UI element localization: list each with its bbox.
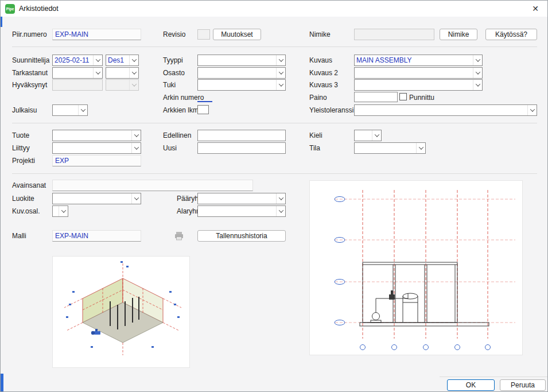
kuvaus3-combo[interactable] [354, 79, 483, 91]
tuki-combo[interactable] [197, 79, 286, 91]
title-bar: Pipe Arkistotiedot ✕ [1, 1, 547, 17]
tallennushistoria-button[interactable]: Tallennushistoria [197, 230, 286, 242]
print-icon[interactable] [174, 231, 184, 241]
kuv-osal-label: Kuv.osal. [12, 207, 40, 216]
tila-label: Tila [309, 143, 320, 153]
chevron-down-icon [276, 68, 285, 78]
luokite-combo[interactable] [52, 193, 141, 204]
chevron-down-icon [527, 105, 537, 115]
kaytossa-button[interactable]: Käytössä? [485, 29, 537, 40]
kuvaus2-label: Kuvaus 2 [309, 68, 338, 77]
tuote-label: Tuote [12, 131, 29, 140]
iso-preview-drawing [53, 257, 191, 368]
suunnittelija-designer-combo[interactable]: Des1 [106, 55, 139, 66]
tarkastanut-designer-combo[interactable] [106, 67, 139, 79]
muutokset-button[interactable]: Muutokset [213, 29, 261, 40]
close-icon: ✕ [532, 4, 539, 13]
chevron-down-icon [93, 68, 102, 78]
tarkastanut-date-combo[interactable] [52, 67, 103, 79]
chevron-down-icon [416, 143, 425, 153]
chevron-down-icon [131, 130, 141, 141]
kieli-label: Kieli [309, 131, 322, 140]
kuv-osal-combo[interactable] [52, 205, 68, 217]
chevron-down-icon [276, 55, 285, 65]
chevron-down-icon [59, 206, 68, 216]
yleistoleranssi-label: Yleistoleranssi [309, 106, 353, 115]
kuvaus-value: MAIN ASSEMBLY [355, 56, 473, 64]
kuvaus2-combo[interactable] [354, 67, 483, 79]
tuki-label: Tuki [163, 80, 176, 90]
chevron-down-icon [372, 130, 381, 141]
chevron-down-icon [276, 193, 285, 204]
hyvaksynyt-label: Hyväksynyt [12, 80, 47, 90]
uusi-label: Uusi [163, 143, 177, 153]
piir-numero-input[interactable] [52, 29, 141, 40]
malli-input[interactable] [52, 230, 141, 242]
kieli-combo[interactable] [354, 130, 382, 141]
nimike-button[interactable]: Nimike [440, 29, 477, 40]
malli-label: Malli [12, 231, 26, 240]
alaryhma-combo[interactable] [197, 205, 286, 217]
tyyppi-combo[interactable] [197, 55, 286, 66]
tuote-combo[interactable] [52, 130, 141, 141]
julkaisu-label: Julkaisu [12, 106, 37, 115]
edellinen-input[interactable] [197, 130, 286, 141]
chevron-down-icon [93, 55, 102, 65]
julkaisu-combo[interactable] [52, 104, 88, 116]
edellinen-label: Edellinen [163, 131, 191, 140]
liittyy-combo[interactable] [52, 142, 141, 154]
suunnittelija-date-value: 2025-02-11 [53, 56, 93, 64]
cancel-button[interactable]: Peruuta [500, 379, 546, 391]
chevron-down-icon [473, 68, 482, 78]
hyvaksynyt-designer-combo [106, 79, 139, 91]
yleistoleranssi-combo[interactable] [354, 104, 537, 116]
separator-2 [12, 123, 537, 123]
ok-button[interactable]: OK [447, 379, 495, 391]
tyyppi-label: Tyyppi [163, 56, 183, 65]
nimike-input[interactable] [354, 29, 434, 40]
tarkastanut-label: Tarkastanut [12, 68, 48, 77]
app-icon-label: Pipe [6, 7, 14, 11]
hyvaksynyt-input [52, 79, 103, 91]
revisio-input[interactable] [197, 29, 210, 40]
separator-3 [12, 173, 537, 174]
suunnittelija-label: Suunnittelija [12, 56, 49, 65]
revisio-label: Revisio [163, 30, 185, 39]
projekti-input[interactable] [52, 155, 141, 166]
window-edge-accent-bottom [1, 374, 3, 392]
avainsanat-input[interactable] [52, 180, 253, 191]
kuvaus-label: Kuvaus [309, 56, 332, 65]
arkkien-lkm-input[interactable] [197, 105, 209, 114]
paaryhma-combo[interactable] [197, 193, 286, 204]
kuvaus-combo[interactable]: MAIN ASSEMBLY [354, 55, 483, 66]
arkin-numero-input[interactable] [197, 92, 212, 102]
arkkien-lkm-label: Arkkien lkm [163, 106, 199, 115]
chevron-down-icon [131, 143, 141, 153]
chevron-down-icon [129, 68, 138, 78]
uusi-input[interactable] [197, 142, 286, 154]
tila-combo[interactable] [354, 142, 426, 154]
osasto-label: Osasto [163, 68, 185, 77]
close-button[interactable]: ✕ [526, 1, 545, 17]
window-edge-accent-top [1, 17, 2, 27]
luokite-label: Luokite [12, 194, 34, 203]
paino-label: Paino [309, 93, 327, 102]
window-title: Arkistotiedot [19, 1, 59, 17]
chevron-down-icon [131, 193, 141, 204]
paino-input[interactable] [354, 92, 398, 102]
punnittu-label: Punnittu [409, 93, 434, 102]
model-iso-preview [52, 256, 190, 368]
projekti-label: Projekti [12, 156, 35, 165]
punnittu-checkbox[interactable] [399, 93, 407, 100]
chevron-down-icon [276, 80, 285, 90]
osasto-combo[interactable] [197, 67, 286, 79]
footer-separator [440, 377, 548, 377]
suunnittelija-designer-value: Des1 [106, 56, 129, 64]
avainsanat-label: Avainsanat [12, 181, 46, 190]
elevation-preview-drawing [310, 181, 523, 356]
drawing-elevation-preview [309, 180, 523, 355]
chevron-down-icon [78, 105, 87, 115]
suunnittelija-date-combo[interactable]: 2025-02-11 [52, 55, 103, 66]
chevron-down-icon [276, 206, 285, 216]
chevron-down-icon [129, 80, 138, 90]
